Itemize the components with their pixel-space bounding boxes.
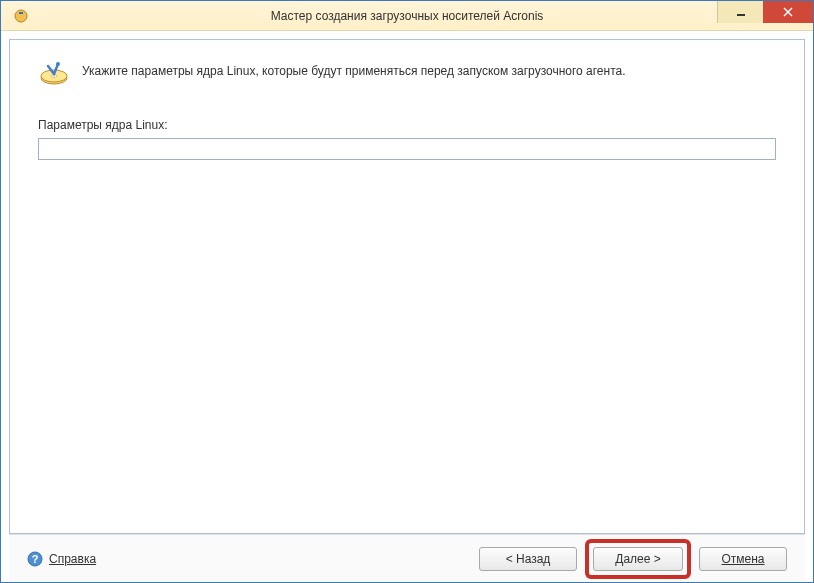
svg-point-0: [15, 10, 27, 22]
kernel-params-input[interactable]: [38, 138, 776, 160]
svg-rect-2: [737, 14, 745, 16]
close-button[interactable]: [763, 1, 813, 23]
svg-rect-1: [19, 12, 23, 14]
form-section: Параметры ядра Linux:: [10, 100, 804, 178]
help-link[interactable]: ? Справка: [27, 551, 96, 567]
instruction-text: Укажите параметры ядра Linux, которые бу…: [82, 58, 626, 78]
kernel-params-label: Параметры ядра Linux:: [38, 118, 776, 132]
header-section: Укажите параметры ядра Linux, которые бу…: [10, 40, 804, 100]
svg-text:?: ?: [32, 553, 39, 565]
button-group: < Назад Далее > Отмена: [479, 539, 787, 579]
cancel-button[interactable]: Отмена: [699, 547, 787, 571]
help-icon: ?: [27, 551, 43, 567]
disc-icon: [38, 58, 70, 90]
titlebar: Мастер создания загрузочных носителей Ac…: [1, 1, 813, 31]
window-title: Мастер создания загрузочных носителей Ac…: [271, 9, 544, 23]
app-icon: [13, 8, 29, 24]
window-controls: [717, 1, 813, 23]
next-highlight: Далее >: [585, 539, 691, 579]
svg-point-8: [56, 62, 60, 66]
next-button[interactable]: Далее >: [593, 547, 683, 571]
minimize-icon: [736, 7, 746, 17]
bottom-bar: ? Справка < Назад Далее > Отмена: [9, 534, 805, 582]
help-label: Справка: [49, 552, 96, 566]
minimize-button[interactable]: [717, 1, 763, 23]
content-panel: Укажите параметры ядра Linux, которые бу…: [9, 39, 805, 534]
content-outer: Укажите параметры ядра Linux, которые бу…: [1, 31, 813, 582]
window: Мастер создания загрузочных носителей Ac…: [0, 0, 814, 583]
close-icon: [783, 7, 793, 17]
back-button[interactable]: < Назад: [479, 547, 577, 571]
